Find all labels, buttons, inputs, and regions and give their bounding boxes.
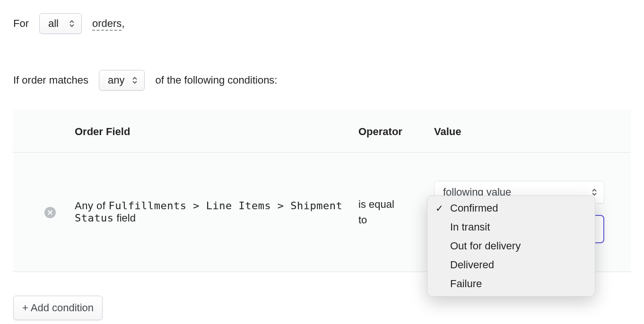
match-mode-value: any: [108, 75, 124, 85]
dropdown-item-confirmed[interactable]: ✓ Confirmed: [427, 199, 595, 218]
dropdown-item-label: Out for delivery: [450, 239, 521, 254]
header-operator: Operator: [358, 110, 434, 153]
close-icon: [47, 210, 53, 215]
dropdown-item-label: Confirmed: [450, 201, 498, 216]
dropdown-item-label: Delivered: [450, 257, 494, 273]
checkmark-icon: ✓: [434, 201, 444, 216]
value-dropdown[interactable]: ✓ Confirmed In transit Out for delivery …: [427, 196, 595, 297]
add-condition-button[interactable]: + Add condition: [13, 296, 103, 320]
updown-caret-icon: [592, 188, 597, 196]
header-order-field: Order Field: [75, 110, 358, 153]
orders-link[interactable]: orders: [92, 17, 122, 29]
comma: ,: [122, 17, 124, 29]
remove-condition-button[interactable]: [44, 207, 56, 218]
dropdown-item-out-for-delivery[interactable]: Out for delivery: [427, 237, 595, 256]
dropdown-item-delivered[interactable]: Delivered: [427, 256, 595, 274]
match-prefix: If order matches: [13, 74, 88, 86]
dropdown-item-failure[interactable]: Failure: [427, 274, 595, 293]
header-value: Value: [434, 110, 631, 153]
scope-select[interactable]: all: [39, 13, 82, 34]
match-mode-select[interactable]: any: [99, 70, 145, 91]
dropdown-item-label: In transit: [450, 220, 490, 235]
dropdown-item-label: Failure: [450, 276, 482, 291]
operator-text: is equal to: [358, 196, 401, 228]
dropdown-item-in-transit[interactable]: In transit: [427, 218, 595, 237]
for-label: For: [13, 17, 29, 30]
updown-caret-icon: [132, 76, 138, 85]
order-field-text: Any of Fulfillments > Line Items > Shipm…: [75, 200, 358, 224]
add-condition-label: + Add condition: [22, 302, 94, 314]
updown-caret-icon: [69, 19, 75, 28]
match-suffix: of the following conditions:: [155, 74, 277, 86]
scope-select-value: all: [48, 18, 59, 29]
